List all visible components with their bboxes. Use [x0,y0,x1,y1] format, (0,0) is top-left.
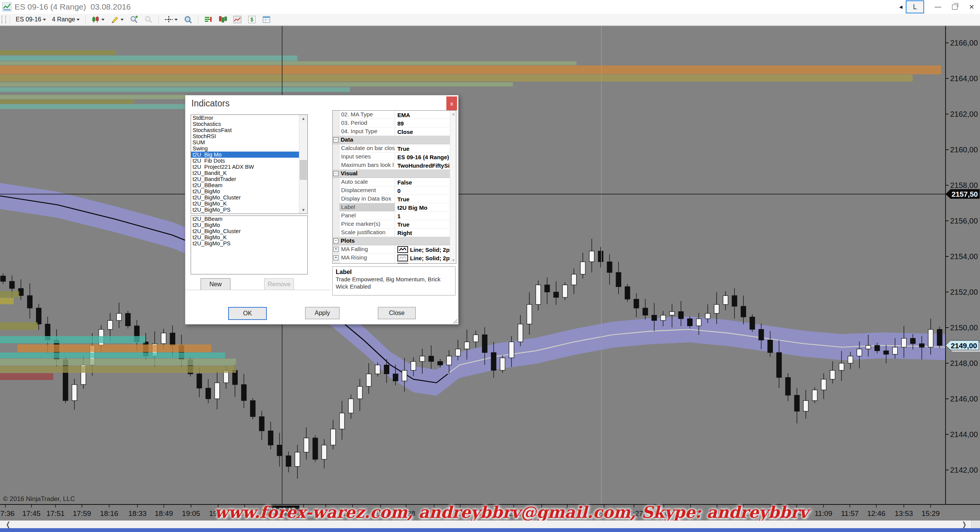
scroll-left-icon[interactable]: ❬ [5,521,11,529]
property-row[interactable]: Display in Data BoxTrue [333,195,450,203]
scroll-up-icon[interactable]: ▲ [451,111,456,116]
expand-icon[interactable]: + [333,255,338,260]
indicator-list-item[interactable]: t2U_BigMo_Cluster [191,194,299,201]
indicator-list-item[interactable]: t2U_BigMo [191,222,299,228]
undock-arrow-icon[interactable]: ◄ [898,4,903,10]
resize-grip[interactable] [453,319,457,323]
property-row[interactable]: +MA RisingLine; Solid; 2px [333,254,450,262]
toolbar-grip[interactable] [2,16,6,23]
property-row[interactable]: +MA FallingLine; Solid; 2px [333,245,450,254]
property-value[interactable]: EMA [395,111,450,119]
remove-button[interactable]: Remove [264,278,294,290]
property-row[interactable]: Maximum bars look lTwoHundredFiftySix [333,161,450,170]
property-row[interactable]: Scale justificationRight [333,228,450,237]
property-value[interactable]: True [395,195,450,203]
property-row[interactable]: Panel1 [333,212,450,220]
horizontal-scrollbar[interactable]: ❬ ❭ [0,521,980,528]
property-row[interactable]: 03. Period89 [333,119,450,127]
indicator-property-grid[interactable]: 02. MA TypeEMA03. Period8904. Input Type… [332,110,456,264]
property-value[interactable]: True [395,220,450,228]
indicator-list-item[interactable]: Swing [191,145,299,152]
indicator-list-item[interactable]: t2U_BigMo_K [191,201,299,207]
available-list-scrollbar[interactable]: ▲ ▼ [299,115,307,214]
indicator-list-item[interactable]: t2U_BigMo [191,188,299,194]
scroll-down-icon[interactable]: ▼ [451,258,456,263]
configured-indicators-list[interactable]: t2U_BBeamt2U_BigMot2U_BigMo_Clustert2U_B… [191,215,308,274]
indicator-list-item[interactable]: t2U_BigMo_PS [191,207,299,213]
dialog-close-button-bottom[interactable]: Close [378,307,416,319]
instrument-link-button[interactable]: L [906,0,924,13]
property-value[interactable]: False [395,178,450,186]
minimize-button[interactable]: — [929,0,946,13]
collapse-icon[interactable]: − [333,137,338,142]
scroll-right-icon[interactable]: ❭ [962,521,967,529]
indicator-list-item[interactable]: SUM [191,139,299,145]
indicator-list-item[interactable]: Stochastics [191,121,299,127]
zoom-out-button[interactable] [142,15,155,24]
chart-canvas[interactable]: 2166,002164,002162,002160,002158,002156,… [0,25,980,532]
indicator-list-item[interactable]: StdError [191,115,299,121]
property-value[interactable]: Right [395,228,450,237]
instrument-selector[interactable]: ES 09-16 [13,15,48,24]
property-value[interactable]: t2U Big Mo [395,203,450,211]
scroll-up-icon[interactable]: ▲ [299,115,307,122]
indicator-list-item[interactable]: StochasticsFast [191,127,299,133]
new-button[interactable]: New [201,278,230,290]
drawing-tools-button[interactable] [108,15,126,24]
property-value[interactable]: Close [395,127,450,135]
property-value[interactable]: 89 [395,119,450,127]
property-value[interactable]: 1 [395,212,450,220]
property-section-row[interactable]: −Data [333,136,450,144]
indicator-list-item[interactable]: t2U_BigMo_K [191,234,299,240]
indicator-list-item[interactable]: t2U Fib Dots [191,158,299,164]
expand-icon[interactable]: + [333,247,338,252]
snap-mode-button[interactable] [181,15,194,24]
window-titlebar[interactable]: ES 09-16 (4 Range) 03.08.2016 ◄ L — ✕ [0,0,980,14]
indicator-list-item[interactable]: t2U_BBeam [191,216,299,222]
interval-selector[interactable]: 4 Range [50,15,82,24]
property-value[interactable]: Line; Solid; 2px [395,245,450,253]
zoom-in-button[interactable] [127,15,140,24]
property-value[interactable]: ES 09-16 (4 Range) [395,153,450,161]
property-row[interactable]: Labelt2U Big Mo [333,203,450,212]
indicator-list-item[interactable]: t2U_BigMo_PS [191,240,299,246]
indicators-button[interactable] [231,15,244,24]
indicator-list-item[interactable]: t2U Project221 ADX BW [191,164,299,170]
property-value[interactable]: 0 [395,186,450,194]
data-grid-button[interactable] [260,15,273,24]
property-row[interactable]: 02. MA TypeEMA [333,111,450,119]
indicator-list-item[interactable]: t2U_Bandit_K [191,170,299,176]
indicator-list-item[interactable]: t2U_BBeam [191,182,299,188]
collapse-icon[interactable]: − [333,238,338,243]
property-row[interactable]: Input seriesES 09-16 (4 Range) [333,153,450,161]
collapse-icon[interactable]: − [333,171,338,176]
scrollbar-thumb[interactable] [300,160,307,180]
market-depth-button[interactable] [202,15,215,24]
property-row[interactable]: +Raw MALine; Solid; 1px [333,262,450,264]
property-grid-scrollbar[interactable]: ▲ ▼ [450,111,456,263]
available-indicators-list[interactable]: StdErrorStochasticsStochasticsFastStochR… [191,114,308,214]
restore-button[interactable] [946,0,963,13]
indicator-list-item[interactable]: t2U Big Mo [191,152,299,158]
scroll-down-icon[interactable]: ▼ [299,206,307,214]
ok-button[interactable]: OK [228,307,267,320]
close-window-button[interactable]: ✕ [963,0,980,13]
property-row[interactable]: Displacement0 [333,186,450,195]
property-row[interactable]: 04. Input TypeClose [333,127,450,136]
property-section-row[interactable]: −Plots [333,237,450,245]
property-row[interactable]: Auto scaleFalse [333,178,450,186]
property-value[interactable]: Line; Solid; 2px [395,254,450,262]
property-section-row[interactable]: −Visual [333,170,450,178]
indicator-list-item[interactable]: t2U_BigMo_Cluster [191,228,299,234]
apply-button[interactable]: Apply [305,307,340,319]
cursor-mode-button[interactable] [162,15,180,24]
property-row[interactable]: Price marker(s)True [333,220,450,228]
property-row[interactable]: Calculate on bar closTrue [333,144,450,153]
chart-trader-button[interactable] [216,15,229,24]
indicator-list-item[interactable]: t2U_BanditTrader [191,176,299,182]
property-value[interactable]: Line; Solid; 1px [395,262,450,264]
property-value[interactable]: True [395,144,450,152]
chart-style-button[interactable] [89,15,107,24]
indicator-list-item[interactable]: StochRSI [191,133,299,139]
dialog-close-button[interactable]: x [446,96,457,110]
